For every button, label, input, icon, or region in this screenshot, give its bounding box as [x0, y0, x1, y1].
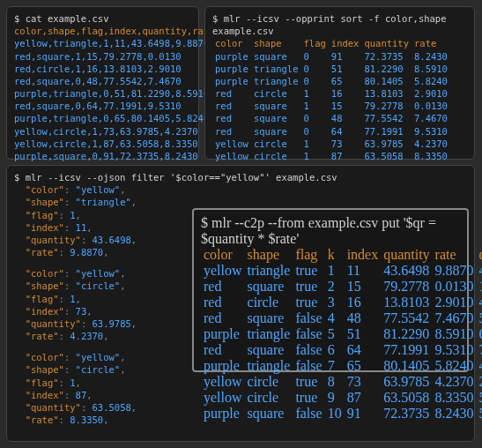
panel-mlr-put: $ mlr --c2p --from example.csv put '$qr … — [192, 208, 469, 372]
csv-row: purple,square,0,91,72.3735,8.2430 — [14, 150, 191, 162]
table-header: colorshapeflagindexquantityrate — [212, 37, 450, 49]
table-row: redsquaretrue21579.27780.01301.0306114 — [201, 279, 482, 295]
command-line: $ mlr --icsv --opprint sort -f color,sha… — [212, 12, 467, 37]
csv-row: red,square,0,64,77.1991,9.5310 — [14, 100, 191, 112]
table-row: redsquarefalse44877.55427.4670579.097211… — [201, 310, 482, 326]
csv-row: yellow,triangle,1,11,43.6498,9.8870 — [14, 37, 191, 49]
output-table: colorshapeflagindexquantityratepurplesqu… — [212, 37, 450, 175]
table-row: yellowtriangletrue11143.64989.8870431.56… — [201, 263, 482, 279]
command-line: $ cat example.csv — [14, 12, 191, 25]
command-line: $ mlr --c2p --from example.csv put '$qr … — [201, 215, 460, 247]
table-row: redsquare11579.27780.0130 — [212, 100, 450, 112]
panel-mlr-sort: $ mlr --icsv --opprint sort -f color,sha… — [204, 6, 475, 160]
table-header: colorshapeflagkindexquantityrateqr — [201, 247, 482, 263]
json-line: "color": "yellow", — [14, 183, 467, 196]
table-row: purpletrianglefalse55181.22908.5910697.8… — [201, 326, 482, 342]
command-line: $ mlr --icsv --ojson filter '$color=="ye… — [14, 171, 467, 183]
csv-row: red,square,0,48,77.5542,7.4670 — [14, 75, 191, 87]
output-table: colorshapeflagkindexquantityrateqryellow… — [201, 247, 482, 422]
csv-row: yellow,circle,1,87,63.5058,8.3350 — [14, 138, 191, 150]
table-row: redcircletrue31613.81032.901040.06368029… — [201, 295, 482, 310]
csv-rows: yellow,triangle,1,11,43.6498,9.8870red,s… — [14, 37, 191, 162]
table-row: purplesquarefalse109172.37358.2430596.57… — [201, 406, 482, 422]
table-row: redcircle11613.81032.9010 — [212, 87, 450, 100]
table-row: yellowcircle18763.50588.3350 — [212, 150, 450, 162]
csv-row: red,square,1,15,79.2778,0.0130 — [14, 50, 191, 63]
csv-row: yellow,circle,1,73,63.9785,4.2370 — [14, 125, 191, 138]
table-row: yellowcircletrue87363.97854.2370271.0769… — [201, 374, 482, 390]
table-row: redsquarefalse66477.19919.5310735.784622… — [201, 342, 482, 358]
csv-row: purple,triangle,0,51,81.2290,8.5910 — [14, 87, 191, 100]
table-row: redsquare04877.55427.4670 — [212, 112, 450, 124]
json-line: "shape": "triangle", — [14, 196, 467, 208]
table-row: purpletriangle06580.14055.8240 — [212, 75, 450, 87]
table-row: redsquare06477.19919.5310 — [212, 125, 450, 138]
csv-row: red,circle,1,16,13.8103,2.9010 — [14, 63, 191, 75]
csv-row: purple,triangle,0,65,80.1405,5.8240 — [14, 112, 191, 124]
table-row: purpletriangle05181.22908.5910 — [212, 63, 450, 75]
table-row: purplesquare09172.37358.2430 — [212, 50, 450, 63]
table-row: purpletrianglefalse76580.14055.8240466.7… — [201, 358, 482, 374]
panel-cat-csv: $ cat example.csv color,shape,flag,index… — [6, 6, 199, 160]
table-row: yellowcircletrue98763.50588.3350529.3208… — [201, 390, 482, 406]
table-row: yellowcircle17363.97854.2370 — [212, 138, 450, 150]
csv-header: color,shape,flag,index,quantity,rate — [14, 25, 191, 37]
